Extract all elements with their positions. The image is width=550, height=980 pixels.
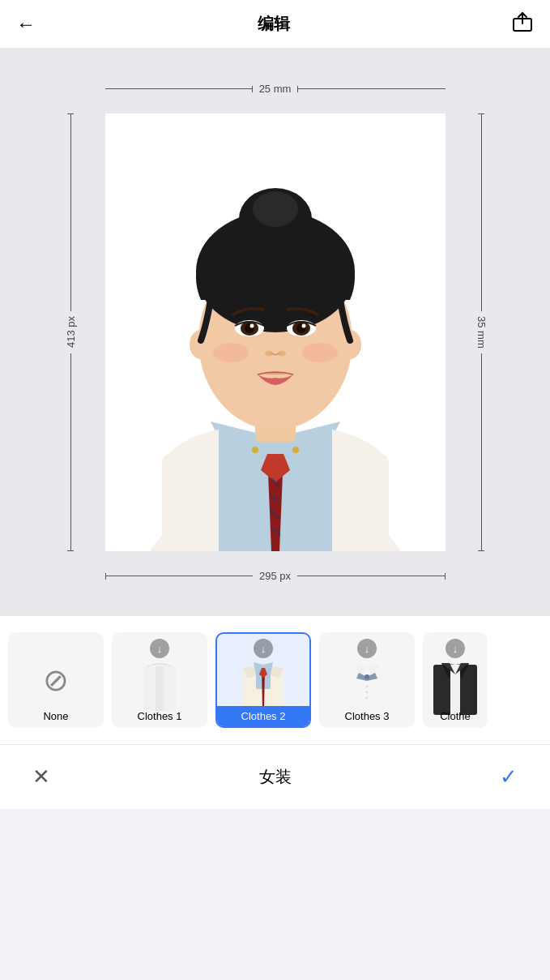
clothes-item-4[interactable]: ↓ Clothe bbox=[423, 632, 488, 728]
dimension-bottom: 295 px bbox=[105, 570, 446, 582]
svg-point-33 bbox=[292, 447, 299, 453]
download-badge-2: ↓ bbox=[254, 639, 273, 658]
clothes-3-label: Clothes 3 bbox=[321, 706, 413, 726]
header: ← 编辑 bbox=[0, 0, 550, 49]
dimension-top: 25 mm bbox=[105, 83, 446, 95]
image-area: 25 mm 413 px 35 mm bbox=[0, 49, 550, 616]
svg-point-32 bbox=[252, 447, 258, 453]
svg-point-49 bbox=[365, 674, 369, 679]
export-button[interactable] bbox=[511, 11, 534, 38]
clothes-3-wrap[interactable]: ↓ Clothes 3 bbox=[319, 632, 415, 728]
download-badge-4: ↓ bbox=[446, 639, 465, 658]
cancel-button[interactable]: ✕ bbox=[32, 764, 50, 790]
dimension-right: 35 mm bbox=[475, 113, 488, 551]
clothes-1-label: Clothes 1 bbox=[113, 706, 206, 726]
download-badge-1: ↓ bbox=[150, 639, 169, 658]
width-label: 25 mm bbox=[253, 83, 298, 95]
download-badge-3: ↓ bbox=[357, 639, 377, 658]
svg-rect-37 bbox=[156, 666, 164, 711]
clothes-4-label: Clothe bbox=[424, 706, 486, 726]
clothes-item-none[interactable]: ⊘ None bbox=[8, 632, 104, 728]
clothes-item-3[interactable]: ↓ Clothes 3 bbox=[319, 632, 415, 728]
category-title: 女装 bbox=[259, 766, 292, 788]
svg-point-27 bbox=[301, 324, 305, 328]
page-title: 编辑 bbox=[258, 13, 290, 35]
clothes-2-wrap[interactable]: ↓ Clothes 2 bbox=[215, 632, 311, 728]
px-label: 413 px bbox=[65, 311, 77, 353]
back-button[interactable]: ← bbox=[16, 15, 36, 34]
svg-point-30 bbox=[213, 343, 249, 362]
clothes-item-1[interactable]: ↓ Clothes 1 bbox=[112, 632, 207, 728]
height-label: 35 mm bbox=[475, 311, 488, 353]
bottom-bar: ✕ 女装 ✓ bbox=[0, 744, 550, 809]
clothes-none-label: None bbox=[10, 706, 102, 726]
clothes-item-2[interactable]: ↓ Clothes 2 bbox=[215, 632, 311, 728]
svg-point-51 bbox=[366, 691, 369, 694]
svg-point-23 bbox=[249, 324, 254, 328]
svg-point-19 bbox=[253, 191, 298, 227]
px-bottom-label: 295 px bbox=[253, 570, 297, 582]
dimension-left: 413 px bbox=[65, 113, 77, 551]
confirm-button[interactable]: ✓ bbox=[500, 764, 518, 790]
clothes-scroll[interactable]: ⊘ None ↓ Clothes 1 ↓ bbox=[8, 632, 542, 731]
photo-preview bbox=[105, 113, 446, 551]
svg-point-31 bbox=[302, 343, 338, 362]
clothes-none-wrap[interactable]: ⊘ None bbox=[8, 632, 104, 728]
svg-point-52 bbox=[366, 697, 369, 700]
none-icon: ⊘ bbox=[43, 662, 69, 698]
clothes-2-label: Clothes 2 bbox=[217, 706, 309, 726]
photo-container: 25 mm 413 px 35 mm bbox=[105, 113, 446, 551]
svg-point-50 bbox=[366, 686, 369, 688]
clothes-1-wrap[interactable]: ↓ Clothes 1 bbox=[112, 632, 207, 728]
clothes-4-wrap[interactable]: ↓ Clothe bbox=[423, 632, 488, 728]
clothes-panel: ⊘ None ↓ Clothes 1 ↓ bbox=[0, 616, 550, 744]
